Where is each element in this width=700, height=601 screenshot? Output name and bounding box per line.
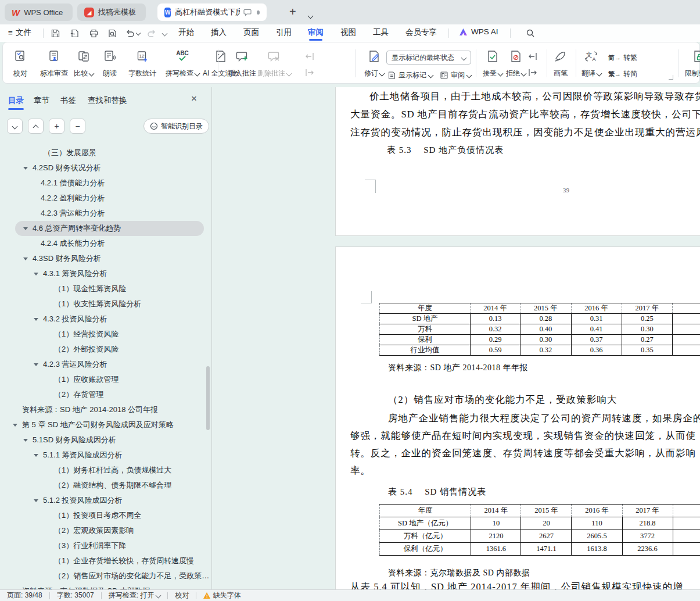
tab-bookmarks[interactable]: 书签 — [60, 95, 76, 106]
tab-wps-office[interactable]: W WPS Office — [5, 3, 73, 21]
spellcheck-indicator[interactable]: 拼写检查: 打开 — [109, 591, 161, 600]
tab-chapters[interactable]: 章节 — [34, 95, 49, 106]
undo-chevron-icon[interactable] — [135, 27, 141, 39]
export-pdf-icon[interactable] — [68, 27, 81, 39]
toc-item[interactable]: 4.2.1 偿债能力分析 — [0, 176, 212, 191]
document-page-39[interactable]: 价土地储备项目，由于土地成本较高，公司因限价等政策影响导致导致存货积 大量资金。… — [335, 87, 700, 236]
traditional-to-simplified-button[interactable]: 繁→ 转简 — [608, 68, 637, 80]
toc-collapse-arrow-icon[interactable] — [23, 167, 28, 170]
tab-find-replace[interactable]: 查找和替换 — [88, 95, 127, 106]
next-change-icon[interactable] — [527, 67, 539, 78]
toc-item[interactable]: 资料来源：SD 地产 2014-2018 公司年报 — [0, 402, 212, 417]
menu-tools[interactable]: 工具 — [373, 27, 389, 38]
menu-insert[interactable]: 插入 — [211, 27, 227, 38]
toc-item[interactable]: （1）企业存货增长较快，存货周转速度慢 — [0, 553, 212, 568]
accept-button[interactable]: 接受 — [483, 49, 502, 78]
toc-item[interactable]: （1）经营投资风险 — [0, 327, 212, 342]
document-canvas[interactable]: 价土地储备项目，由于土地成本较高，公司因限价等政策影响导致导致存货积 大量资金。… — [212, 87, 700, 589]
standard-review-button[interactable]: 标准审查 — [40, 49, 68, 78]
save-icon[interactable] — [49, 27, 62, 39]
toc-collapse-arrow-icon[interactable] — [34, 273, 38, 276]
word-count-button[interactable]: 12 字数统计 — [128, 49, 156, 78]
toc-item[interactable]: （三）发展愿景 — [0, 145, 212, 160]
toc-item[interactable]: 第 5 章 SD 地产公司财务风险成因及应对策略 — [0, 417, 212, 432]
toc-item[interactable]: （2）销售应对市场的变化能力不足，受政策… — [0, 568, 212, 584]
toc-item[interactable]: （2）存货管理 — [0, 387, 212, 402]
toc-item[interactable]: （1）现金性筹资风险 — [0, 281, 212, 296]
toc-collapse-arrow-icon[interactable] — [23, 257, 28, 260]
insert-comment-button[interactable]: 插入批注 — [228, 49, 256, 78]
toc-item[interactable]: 4.2.4 成长能力分析 — [0, 236, 212, 251]
proofread-button[interactable]: 校对 — [13, 49, 27, 78]
print-preview-icon[interactable] — [106, 27, 119, 39]
toc-item[interactable]: 4.3.1 筹资风险分析 — [0, 266, 212, 281]
collapse-all-button[interactable] — [7, 119, 23, 134]
review-pane-button[interactable]: 审阅 — [440, 69, 471, 81]
comment-bubble-icon[interactable] — [243, 9, 252, 16]
toc-item[interactable]: 4.2.3 营运能力分析 — [0, 206, 212, 221]
toc-item[interactable]: （1）收支性筹资风险分析 — [0, 296, 212, 312]
toolbar-more-chevron-icon[interactable] — [161, 27, 168, 39]
menu-reference[interactable]: 引用 — [276, 27, 292, 38]
restrict-editing-button[interactable]: 限制编辑 — [685, 49, 700, 78]
expand-all-button[interactable] — [28, 119, 44, 134]
simplified-to-traditional-button[interactable]: 简→ 转繁 — [608, 52, 637, 63]
smart-toc-button[interactable]: 智能识别目录 — [143, 119, 209, 134]
toc-item[interactable]: 4.3.2 投资风险分析 — [0, 312, 212, 327]
expand-group-icon[interactable] — [669, 75, 673, 80]
toc-collapse-arrow-icon[interactable] — [23, 227, 28, 230]
ink-pen-button[interactable]: 画笔 — [554, 49, 568, 78]
tab-docer-template[interactable]: ◢ 找稿壳模板 — [77, 3, 146, 21]
compare-button[interactable]: 比较 — [74, 49, 94, 78]
word-count-indicator[interactable]: 字数: 35007 — [57, 591, 94, 600]
print-icon[interactable] — [87, 27, 100, 39]
proofread-status[interactable]: 校对 — [175, 591, 189, 600]
translate-button[interactable]: 文A 翻译 — [581, 49, 601, 78]
toc-collapse-arrow-icon[interactable] — [34, 363, 38, 366]
toc-item[interactable]: （1）应收账款管理 — [0, 372, 212, 387]
document-page-40[interactable]: 年度2014 年2015 年2016 年2017 年SD 地产0.130.280… — [335, 246, 700, 589]
toc-collapse-arrow-icon[interactable] — [34, 454, 38, 457]
toc-collapse-arrow-icon[interactable] — [34, 318, 38, 321]
toc-item[interactable]: 4.3SD 财务风险分析 — [0, 251, 212, 266]
zoom-in-button[interactable]: + — [49, 119, 64, 134]
toc-item[interactable]: 5.1SD 财务风险成因分析 — [0, 432, 212, 448]
missing-font-warning[interactable]: 缺失字体 — [203, 591, 240, 600]
toc-item[interactable]: 4.2SD 财务状况分析 — [0, 160, 212, 176]
toc-item[interactable]: 4.6 总资产周转率变化趋势 — [0, 221, 212, 236]
menu-review[interactable]: 审阅 — [308, 27, 324, 38]
menu-membership[interactable]: 会员专享 — [405, 27, 437, 38]
wps-ai-button[interactable]: WPS AI — [459, 27, 498, 36]
menu-page[interactable]: 页面 — [243, 27, 259, 38]
reject-button[interactable]: 拒绝 — [506, 49, 526, 78]
toc-collapse-arrow-icon[interactable] — [34, 499, 38, 502]
toc-item[interactable]: 5.1.2 投资风险成因分析 — [0, 493, 212, 508]
menu-view[interactable]: 视图 — [340, 27, 356, 38]
toc-item[interactable]: （1）财务杠杆过高，负债规模过大 — [0, 463, 212, 478]
spell-check-button[interactable]: ABC 拼写检查 — [166, 49, 199, 78]
read-aloud-button[interactable]: 朗读 — [103, 49, 117, 78]
toc-item[interactable]: （3）行业利润率下降 — [0, 538, 212, 553]
toc-item[interactable]: 4.2.3 营运风险分析 — [0, 357, 212, 372]
tab-toc[interactable]: 目录 — [8, 95, 24, 106]
toc-item[interactable]: （2）外部投资风险 — [0, 342, 212, 357]
page-indicator[interactable]: 页面: 39/48 — [7, 591, 42, 600]
search-icon[interactable] — [524, 27, 537, 39]
tab-list-chevron-icon[interactable] — [308, 10, 313, 20]
toc-item[interactable]: （2）宏观政策因素影响 — [0, 523, 212, 538]
toc-collapse-arrow-icon[interactable] — [13, 424, 17, 427]
toc-item[interactable]: （1）投资项目考虑不周全 — [0, 508, 212, 523]
zoom-out-button[interactable]: − — [70, 119, 85, 134]
sidebar-scrollbar[interactable] — [206, 366, 210, 430]
show-markup-button[interactable]: 显示标记 — [387, 69, 433, 81]
toc-item[interactable]: 5.1.1 筹资风险成因分析 — [0, 448, 212, 463]
toc-item[interactable]: 资料来源：克尔瑞数据及 SD 内部数据 — [0, 584, 212, 589]
markup-state-dropdown[interactable]: 显示标记的最终状态 — [386, 51, 471, 65]
track-changes-button[interactable]: 修订 — [364, 49, 384, 78]
file-menu[interactable]: ≡文件 — [8, 27, 31, 38]
close-pane-icon[interactable]: × — [191, 93, 197, 105]
menu-home[interactable]: 开始 — [178, 27, 194, 38]
previous-change-icon[interactable] — [527, 51, 539, 62]
toc-item[interactable]: 4.2.2 盈利能力分析 — [0, 191, 212, 206]
new-tab-button[interactable]: + — [289, 5, 296, 19]
